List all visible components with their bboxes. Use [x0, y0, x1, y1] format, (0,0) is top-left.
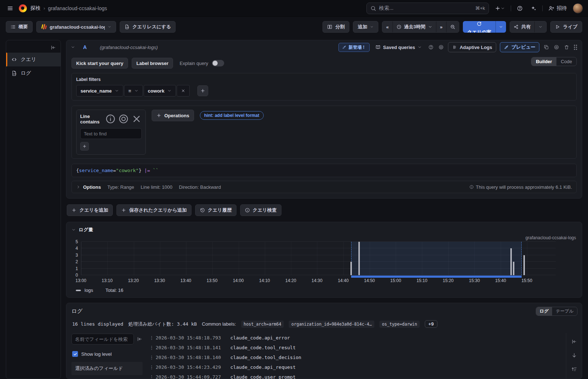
breadcrumb-separator-icon: ›	[44, 5, 45, 11]
toggle-visibility-button[interactable]	[553, 44, 560, 50]
delete-query-button[interactable]	[563, 44, 570, 50]
log-row[interactable]: ⋮2026-03-30 15:48:18.141claude_code.tool…	[148, 343, 561, 352]
mode-code-tab[interactable]: Code	[556, 57, 576, 66]
label-browser-button[interactable]: Label browser	[132, 58, 173, 69]
duplicate-query-button[interactable]	[543, 44, 550, 50]
explain-query-toggle[interactable]	[212, 60, 224, 66]
sidebar-item-logs[interactable]: LOG ログ	[6, 66, 61, 80]
time-range-button[interactable]: 過去3時間	[393, 21, 436, 32]
checkbox-checked-icon	[72, 351, 78, 357]
logs-view-table-tab[interactable]: テーブル	[552, 307, 577, 315]
log-row[interactable]: ⋮2026-03-30 15:44:23.429claude_code.api_…	[148, 362, 561, 372]
zoom-out-button[interactable]	[447, 21, 459, 32]
operation-name[interactable]: Line contains	[80, 114, 99, 125]
sidebar-collapse-button[interactable]	[50, 45, 56, 50]
legend-series-name[interactable]: logs	[85, 288, 93, 293]
selected-fields-section[interactable]: 選択済みのフィールド	[71, 362, 143, 375]
operation-preview-icon[interactable]	[118, 114, 129, 124]
queryless-button[interactable]: LOG クエリレスにする	[120, 21, 176, 33]
filter-operator-select[interactable]: =	[124, 85, 143, 97]
row-menu-icon[interactable]: ⋮	[148, 374, 156, 379]
row-menu-icon[interactable]: ⋮	[148, 364, 156, 370]
grafana-logo-icon[interactable]	[19, 4, 27, 12]
preview-label: プレビュー	[511, 44, 535, 50]
log-file-icon: LOG	[11, 70, 17, 76]
help-button[interactable]	[515, 3, 525, 13]
time-back-button[interactable]: «	[382, 21, 392, 32]
query-record-button[interactable]	[438, 44, 444, 50]
preview-button[interactable]: プレビュー	[500, 42, 539, 52]
add-query-button[interactable]: クエリを追加	[67, 204, 113, 216]
x-tick-label: 15:00	[390, 278, 401, 283]
operation-info-icon[interactable]	[105, 114, 116, 124]
breadcrumb-section[interactable]: 探検	[30, 5, 41, 12]
run-query-interval-dropdown[interactable]	[496, 21, 506, 33]
ai-assistant-button[interactable]	[529, 3, 539, 13]
run-query-button[interactable]: クエリの実行	[463, 21, 496, 33]
add-operation-value-button[interactable]	[80, 142, 89, 151]
split-button[interactable]: 分割	[322, 21, 349, 33]
share-button[interactable]: 共有	[510, 21, 535, 32]
invite-button[interactable]: 招待	[546, 5, 569, 12]
show-log-level-checkbox[interactable]: Show log level	[72, 351, 143, 357]
loki-logo-icon	[40, 23, 47, 30]
query-help-button[interactable]	[428, 44, 434, 50]
log-row[interactable]: ⋮2026-03-30 15:44:09.727claude_code.user…	[148, 372, 561, 379]
y-tick-label: 5	[75, 240, 78, 244]
filter-remove-button[interactable]	[177, 85, 190, 97]
new-item-button[interactable]	[493, 3, 507, 13]
log-timestamp: 2026-03-30 15:48:18.140	[156, 355, 230, 360]
chevron-down-icon[interactable]	[102, 117, 102, 121]
saved-queries-button[interactable]: Saved queries	[373, 44, 424, 50]
kick-start-button[interactable]: Kick start your query	[71, 58, 128, 69]
datasource-picker[interactable]: grafanacloud-ccsakai-log	[36, 21, 116, 33]
scroll-to-bottom-button[interactable]	[571, 352, 577, 358]
queryless-label: クエリレスにする	[132, 24, 171, 30]
row-menu-icon[interactable]: ⋮	[148, 335, 156, 341]
add-saved-query-button[interactable]: 保存されたクエリから追加	[116, 204, 191, 216]
add-dropdown-button[interactable]: 追加	[353, 21, 378, 33]
options-expander[interactable]: Options	[76, 184, 101, 190]
query-inspector-button[interactable]: クエリ検査	[240, 204, 281, 216]
hamburger-menu-button[interactable]	[5, 3, 15, 13]
query-history-button[interactable]: クエリ履歴	[195, 204, 237, 216]
live-button[interactable]: ライブ	[550, 21, 582, 33]
row-menu-icon[interactable]: ⋮	[148, 345, 156, 350]
user-avatar[interactable]	[573, 3, 583, 13]
breadcrumb: 探検 › grafanacloud-ccsakai-logs	[30, 5, 107, 12]
add-operations-button[interactable]: Operations	[152, 110, 194, 121]
time-forward-button[interactable]: »	[436, 21, 447, 32]
adaptive-logs-button[interactable]: Adaptive Logs	[448, 42, 496, 52]
new-feature-badge[interactable]: 新登場！	[338, 43, 370, 52]
arrow-down-icon	[571, 352, 577, 358]
operation-remove-button[interactable]	[131, 114, 142, 124]
log-volume-header[interactable]: ログ量	[71, 225, 577, 235]
add-label-filter-button[interactable]	[197, 85, 208, 96]
collapse-chevron-icon[interactable]	[71, 45, 75, 49]
breadcrumb-page: grafanacloud-ccsakai-logs	[48, 5, 107, 11]
global-search-input[interactable]: 検索... ⌘+k	[366, 3, 489, 14]
row-menu-icon[interactable]: ⋮	[148, 355, 156, 360]
grid-line-x	[134, 242, 134, 275]
drag-handle[interactable]	[573, 44, 577, 50]
filter-value-select[interactable]: cowork	[144, 85, 176, 97]
more-labels-button[interactable]: +9	[425, 320, 437, 328]
live-label: ライブ	[563, 24, 577, 30]
wrap-lines-button[interactable]	[571, 339, 577, 345]
sort-order-button[interactable]	[571, 366, 577, 372]
field-search-input[interactable]	[71, 334, 134, 345]
share-dropdown[interactable]	[535, 21, 546, 32]
logs-view-log-tab[interactable]: ログ	[536, 307, 552, 315]
log-row[interactable]: ⋮2026-03-30 15:48:18.793claude_code.api_…	[148, 333, 561, 343]
filter-label-select[interactable]: service_name	[76, 85, 123, 97]
query-ref-id[interactable]: A	[83, 44, 87, 50]
mode-builder-tab[interactable]: Builder	[531, 57, 556, 66]
x-tick-label: 15:50	[521, 278, 532, 283]
grid-line-x	[212, 242, 213, 275]
fields-collapse-button[interactable]	[137, 336, 143, 342]
sidebar-item-query[interactable]: クエリ	[6, 53, 61, 66]
log-row[interactable]: ⋮2026-03-30 15:48:18.140claude_code.tool…	[148, 352, 561, 362]
overview-button[interactable]: 概要	[6, 21, 33, 33]
line-contains-input[interactable]	[80, 128, 142, 139]
hint-add-label-level-format[interactable]: hint: add label level format	[200, 111, 264, 120]
